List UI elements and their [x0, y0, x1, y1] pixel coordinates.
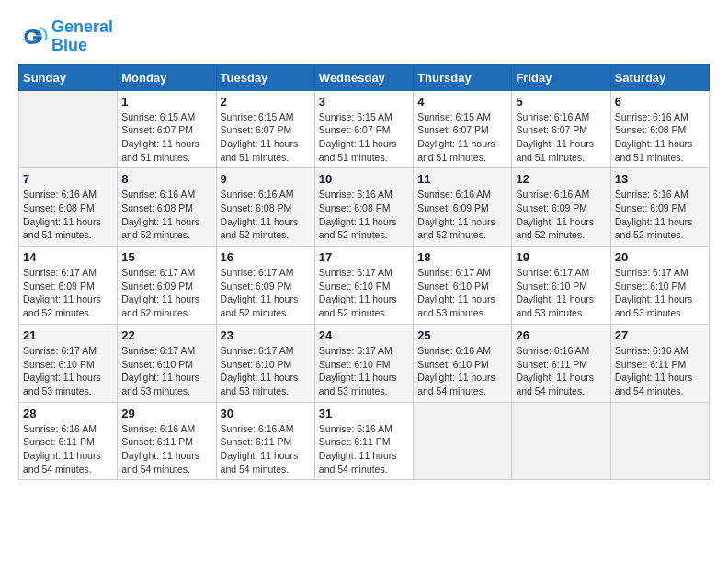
day-header-monday: Monday: [118, 64, 216, 90]
calendar-cell: 10Sunrise: 6:16 AM Sunset: 6:08 PM Dayli…: [314, 168, 413, 247]
day-info: Sunrise: 6:17 AM Sunset: 6:10 PM Dayligh…: [615, 266, 705, 320]
day-info: Sunrise: 6:16 AM Sunset: 6:11 PM Dayligh…: [23, 422, 113, 477]
logo-text: General Blue: [51, 18, 113, 55]
calendar-cell: 21Sunrise: 6:17 AM Sunset: 6:10 PM Dayli…: [19, 324, 118, 402]
calendar-cell: 1Sunrise: 6:15 AM Sunset: 6:07 PM Daylig…: [118, 90, 216, 168]
logo-icon: [18, 22, 48, 52]
calendar-cell: 30Sunrise: 6:16 AM Sunset: 6:11 PM Dayli…: [216, 402, 314, 480]
day-info: Sunrise: 6:17 AM Sunset: 6:09 PM Dayligh…: [121, 266, 211, 320]
page-header: General Blue: [18, 18, 710, 55]
day-number: 14: [23, 250, 113, 264]
day-info: Sunrise: 6:16 AM Sunset: 6:09 PM Dayligh…: [615, 188, 705, 242]
calendar-cell: [610, 402, 709, 480]
day-info: Sunrise: 6:17 AM Sunset: 6:10 PM Dayligh…: [221, 344, 311, 398]
day-number: 6: [615, 95, 705, 109]
day-number: 4: [417, 95, 507, 109]
day-header-wednesday: Wednesday: [314, 64, 413, 90]
day-info: Sunrise: 6:16 AM Sunset: 6:08 PM Dayligh…: [23, 188, 113, 242]
calendar-header: SundayMondayTuesdayWednesdayThursdayFrid…: [19, 64, 710, 90]
day-number: 10: [319, 172, 409, 186]
day-number: 28: [23, 407, 113, 420]
day-number: 18: [417, 250, 507, 264]
day-number: 15: [121, 250, 211, 264]
day-number: 19: [516, 250, 606, 264]
calendar-cell: 3Sunrise: 6:15 AM Sunset: 6:07 PM Daylig…: [314, 90, 413, 168]
day-info: Sunrise: 6:16 AM Sunset: 6:07 PM Dayligh…: [516, 110, 606, 165]
calendar-cell: 14Sunrise: 6:17 AM Sunset: 6:09 PM Dayli…: [19, 247, 118, 325]
day-header-sunday: Sunday: [19, 64, 118, 90]
day-info: Sunrise: 6:16 AM Sunset: 6:11 PM Dayligh…: [516, 344, 606, 398]
logo: General Blue: [18, 18, 113, 55]
day-info: Sunrise: 6:17 AM Sunset: 6:09 PM Dayligh…: [23, 266, 113, 320]
calendar-cell: 16Sunrise: 6:17 AM Sunset: 6:09 PM Dayli…: [216, 247, 314, 325]
day-number: 17: [319, 250, 409, 264]
day-number: 22: [121, 328, 211, 342]
day-number: 23: [221, 328, 311, 342]
day-info: Sunrise: 6:17 AM Sunset: 6:10 PM Dayligh…: [121, 344, 211, 398]
calendar-cell: 28Sunrise: 6:16 AM Sunset: 6:11 PM Dayli…: [19, 402, 118, 480]
calendar-body: 1Sunrise: 6:15 AM Sunset: 6:07 PM Daylig…: [19, 90, 710, 480]
day-info: Sunrise: 6:17 AM Sunset: 6:10 PM Dayligh…: [417, 266, 507, 320]
day-number: 21: [23, 328, 113, 342]
calendar-cell: 26Sunrise: 6:16 AM Sunset: 6:11 PM Dayli…: [512, 324, 610, 402]
day-info: Sunrise: 6:17 AM Sunset: 6:09 PM Dayligh…: [221, 266, 311, 320]
day-number: 20: [615, 250, 705, 264]
day-info: Sunrise: 6:17 AM Sunset: 6:10 PM Dayligh…: [516, 266, 606, 320]
day-header-thursday: Thursday: [414, 64, 512, 90]
day-info: Sunrise: 6:16 AM Sunset: 6:11 PM Dayligh…: [615, 344, 705, 398]
day-number: 11: [417, 172, 507, 186]
calendar-cell: [19, 90, 118, 168]
day-number: 1: [121, 95, 211, 109]
day-info: Sunrise: 6:16 AM Sunset: 6:11 PM Dayligh…: [319, 422, 409, 477]
calendar-cell: 23Sunrise: 6:17 AM Sunset: 6:10 PM Dayli…: [216, 324, 314, 402]
day-number: 7: [23, 172, 113, 186]
calendar-cell: 7Sunrise: 6:16 AM Sunset: 6:08 PM Daylig…: [19, 168, 118, 247]
day-header-friday: Friday: [512, 64, 610, 90]
calendar-table: SundayMondayTuesdayWednesdayThursdayFrid…: [18, 64, 710, 481]
calendar-cell: 8Sunrise: 6:16 AM Sunset: 6:08 PM Daylig…: [118, 168, 216, 247]
calendar-cell: 24Sunrise: 6:17 AM Sunset: 6:10 PM Dayli…: [314, 324, 413, 402]
day-info: Sunrise: 6:15 AM Sunset: 6:07 PM Dayligh…: [121, 110, 211, 165]
day-info: Sunrise: 6:16 AM Sunset: 6:09 PM Dayligh…: [417, 188, 507, 242]
calendar-cell: 9Sunrise: 6:16 AM Sunset: 6:08 PM Daylig…: [216, 168, 314, 247]
calendar-cell: 13Sunrise: 6:16 AM Sunset: 6:09 PM Dayli…: [610, 168, 709, 247]
calendar-cell: 15Sunrise: 6:17 AM Sunset: 6:09 PM Dayli…: [118, 247, 216, 325]
day-info: Sunrise: 6:16 AM Sunset: 6:11 PM Dayligh…: [221, 422, 311, 477]
day-number: 29: [121, 407, 211, 420]
day-number: 27: [615, 328, 705, 342]
calendar-cell: [414, 402, 512, 480]
day-info: Sunrise: 6:16 AM Sunset: 6:08 PM Dayligh…: [121, 188, 211, 242]
calendar-cell: 20Sunrise: 6:17 AM Sunset: 6:10 PM Dayli…: [610, 247, 709, 325]
day-info: Sunrise: 6:17 AM Sunset: 6:10 PM Dayligh…: [23, 344, 113, 398]
calendar-cell: 22Sunrise: 6:17 AM Sunset: 6:10 PM Dayli…: [118, 324, 216, 402]
calendar-cell: 4Sunrise: 6:15 AM Sunset: 6:07 PM Daylig…: [414, 90, 512, 168]
calendar-cell: 31Sunrise: 6:16 AM Sunset: 6:11 PM Dayli…: [314, 402, 413, 480]
day-info: Sunrise: 6:16 AM Sunset: 6:08 PM Dayligh…: [221, 188, 311, 242]
day-number: 3: [319, 95, 409, 109]
calendar-cell: 2Sunrise: 6:15 AM Sunset: 6:07 PM Daylig…: [216, 90, 314, 168]
day-number: 30: [221, 407, 311, 420]
calendar-cell: 5Sunrise: 6:16 AM Sunset: 6:07 PM Daylig…: [512, 90, 610, 168]
day-info: Sunrise: 6:17 AM Sunset: 6:10 PM Dayligh…: [319, 266, 409, 320]
calendar-cell: 27Sunrise: 6:16 AM Sunset: 6:11 PM Dayli…: [610, 324, 709, 402]
day-number: 2: [221, 95, 311, 109]
calendar-cell: 11Sunrise: 6:16 AM Sunset: 6:09 PM Dayli…: [414, 168, 512, 247]
day-info: Sunrise: 6:15 AM Sunset: 6:07 PM Dayligh…: [319, 110, 409, 165]
day-number: 16: [221, 250, 311, 264]
day-header-saturday: Saturday: [610, 64, 709, 90]
calendar-cell: 19Sunrise: 6:17 AM Sunset: 6:10 PM Dayli…: [512, 247, 610, 325]
day-number: 9: [221, 172, 311, 186]
day-number: 13: [615, 172, 705, 186]
day-info: Sunrise: 6:15 AM Sunset: 6:07 PM Dayligh…: [221, 110, 311, 165]
day-number: 31: [319, 407, 409, 420]
calendar-cell: 29Sunrise: 6:16 AM Sunset: 6:11 PM Dayli…: [118, 402, 216, 480]
day-header-tuesday: Tuesday: [216, 64, 314, 90]
calendar-cell: 18Sunrise: 6:17 AM Sunset: 6:10 PM Dayli…: [414, 247, 512, 325]
day-number: 5: [516, 95, 606, 109]
calendar-cell: 6Sunrise: 6:16 AM Sunset: 6:08 PM Daylig…: [610, 90, 709, 168]
day-number: 25: [417, 328, 507, 342]
day-info: Sunrise: 6:16 AM Sunset: 6:08 PM Dayligh…: [319, 188, 409, 242]
day-number: 12: [516, 172, 606, 186]
day-info: Sunrise: 6:16 AM Sunset: 6:10 PM Dayligh…: [417, 344, 507, 398]
day-info: Sunrise: 6:16 AM Sunset: 6:08 PM Dayligh…: [615, 110, 705, 165]
